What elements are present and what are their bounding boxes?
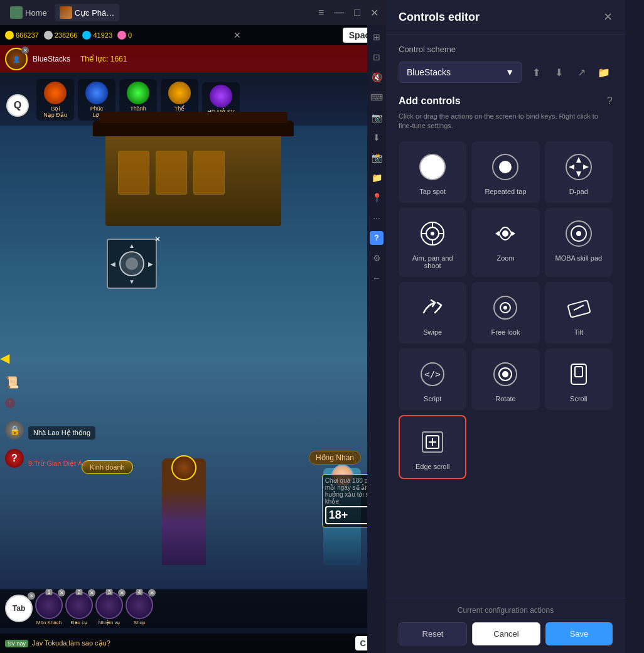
action-1[interactable]: 1 ✕ Môn Khách — [35, 591, 63, 625]
action-2-label: Đạo cụ — [71, 620, 87, 625]
control-script[interactable]: </> Script — [399, 348, 466, 410]
help-icon[interactable]: ? — [607, 95, 613, 107]
scheme-row: BlueStacks ▼ ⬆ ⬇ ↗ 📁 — [399, 62, 613, 83]
control-swipe[interactable]: Swipe — [399, 282, 466, 343]
rotate-icon — [490, 359, 521, 390]
dpad-inner-circle — [126, 257, 138, 270]
control-tap-spot[interactable]: Tap spot — [399, 141, 466, 203]
avatar-close[interactable]: ✕ — [21, 46, 29, 54]
save-button[interactable]: Save — [545, 622, 613, 645]
lock-label: Nhà Lao Hệ thống — [28, 426, 95, 440]
control-edge-scroll[interactable]: Edge scroll — [399, 415, 466, 479]
svg-rect-30 — [575, 367, 582, 377]
cancel-button[interactable]: Cancel — [472, 622, 540, 645]
action-bar: Tab ✕ 1 ✕ Môn Khách 2 ✕ Đạo cụ 3 ✕ Nhiệm… — [0, 589, 386, 628]
chat-badge: SV nay — [5, 640, 28, 647]
item-1-icon — [44, 82, 67, 104]
home-tab-icon — [10, 6, 23, 19]
action-2[interactable]: 2 ✕ Đạo cụ — [65, 591, 93, 625]
svg-point-21 — [503, 306, 507, 310]
left-arrow[interactable]: ◀ — [0, 350, 9, 365]
action-3-close: ✕ — [118, 589, 126, 596]
control-scroll[interactable]: Scroll — [545, 348, 613, 410]
gold-stat: 666237 — [5, 31, 39, 40]
dpad-close[interactable]: ✕ — [154, 235, 161, 244]
item-1[interactable]: GọiNạp Đầu — [36, 79, 74, 121]
toolbar-folder[interactable]: 📁 — [370, 171, 384, 185]
script-label: Script — [424, 395, 441, 402]
action-1-label: Môn Khách — [36, 620, 62, 625]
dpad-overlay[interactable]: ✕ ▲ ▼ ◀ ▶ — [107, 239, 157, 289]
scheme-download-icon[interactable]: ⬇ — [550, 63, 567, 81]
gem-value: 41923 — [93, 31, 112, 39]
silver-value: 238266 — [55, 31, 78, 39]
controls-header: Controls editor ✕ — [386, 0, 625, 35]
action-4-label: Shop — [134, 620, 146, 625]
toolbar-keyboard[interactable]: ⌨ — [370, 90, 384, 104]
gem-stat: 41923 — [82, 31, 112, 40]
svg-marker-4 — [576, 157, 581, 163]
dpad-up: ▲ — [129, 242, 135, 249]
action-4[interactable]: 4 ✕ Shop — [126, 591, 153, 625]
aim-pan-shoot-label: Aim, pan and shoot — [404, 254, 461, 269]
special-value: 0 — [128, 31, 132, 39]
item-4-icon — [168, 82, 191, 104]
gold-value: 666237 — [16, 31, 39, 39]
toolbar-settings[interactable]: ⚙ — [370, 251, 384, 265]
game-tab-label: Cực Phá… — [75, 8, 115, 18]
svg-point-27 — [502, 371, 508, 377]
dpad-down: ▼ — [129, 278, 135, 285]
svg-text:</>: </> — [425, 369, 441, 379]
control-d-pad[interactable]: D-pad — [545, 141, 613, 203]
chat-bar: SV nay Jav Tokuda:làm sao cậu? C ✕ — [0, 634, 386, 653]
toolbar-more[interactable]: ··· — [370, 211, 384, 225]
q-badge[interactable]: Q — [6, 94, 29, 117]
control-zoom[interactable]: Zoom — [471, 208, 539, 277]
action-3[interactable]: 3 ✕ Nhiệm vụ — [95, 591, 123, 625]
control-rotate[interactable]: Rotate — [471, 348, 539, 410]
toolbar-location[interactable]: 📍 — [370, 191, 384, 205]
building-windows — [105, 132, 281, 213]
tilt-label: Tilt — [574, 328, 583, 336]
scheme-upload-icon[interactable]: ⬆ — [527, 63, 545, 81]
toolbar-back[interactable]: ← — [370, 271, 384, 285]
control-free-look[interactable]: Free look — [471, 282, 539, 343]
scroll-label: Scroll — [570, 395, 588, 402]
control-moba[interactable]: MOBA skill pad — [545, 208, 613, 277]
toolbar-camera[interactable]: 📷 — [370, 111, 384, 124]
scheme-dropdown[interactable]: BlueStacks ▼ — [399, 62, 522, 83]
swipe-label: Swipe — [423, 328, 442, 336]
stats-close[interactable]: ✕ — [233, 30, 241, 40]
toolbar-expand2[interactable]: ⊡ — [370, 50, 384, 64]
toolbar-download[interactable]: ⬇ — [370, 131, 384, 144]
building — [105, 132, 281, 226]
toolbar-help[interactable]: ? — [370, 231, 384, 245]
scheme-share-icon[interactable]: ↗ — [572, 63, 590, 81]
minimize-button[interactable]: — — [331, 6, 346, 20]
toolbar-expand[interactable]: ⊞ — [370, 30, 384, 44]
control-repeated-tap[interactable]: Repeated tap — [471, 141, 539, 203]
control-aim-pan-shoot[interactable]: Aim, pan and shoot — [399, 208, 466, 277]
window-2 — [156, 151, 187, 195]
svg-marker-5 — [576, 171, 581, 177]
item-5-icon — [210, 85, 232, 107]
zoom-label: Zoom — [496, 254, 514, 262]
window-3 — [193, 151, 225, 195]
game-tab[interactable]: Cực Phá… — [55, 4, 120, 21]
tab-btn[interactable]: Tab ✕ — [5, 595, 33, 622]
toolbar-screenshot[interactable]: 📸 — [370, 151, 384, 165]
menu-button[interactable]: ≡ — [316, 6, 326, 20]
char-male — [162, 458, 206, 565]
control-tilt[interactable]: Tilt — [545, 282, 613, 343]
toolbar-audio[interactable]: 🔇 — [370, 70, 384, 84]
scheme-folder-icon[interactable]: 📁 — [595, 63, 613, 81]
trade-button[interactable]: Kinh doanh — [82, 460, 133, 474]
free-look-label: Free look — [491, 328, 520, 336]
reset-button[interactable]: Reset — [399, 622, 467, 645]
tab-close: ✕ — [28, 592, 35, 600]
close-button[interactable]: ✕ — [368, 6, 381, 20]
controls-close-button[interactable]: ✕ — [603, 10, 613, 24]
moba-icon — [563, 218, 594, 249]
maximize-button[interactable]: □ — [352, 6, 363, 20]
home-tab[interactable]: Home — [5, 4, 52, 21]
